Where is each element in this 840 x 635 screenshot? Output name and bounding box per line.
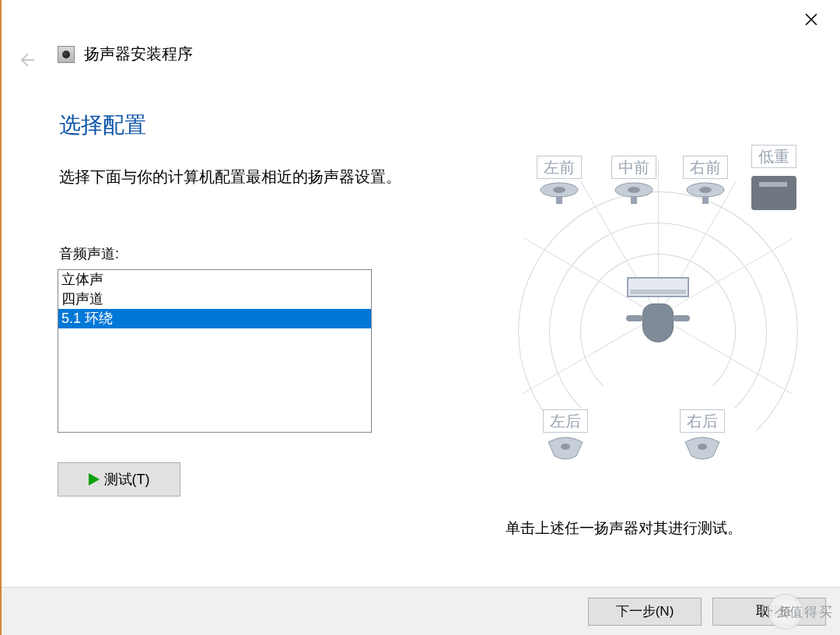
svg-point-10 — [698, 444, 707, 450]
channel-option[interactable]: 四声道 — [58, 289, 371, 309]
svg-rect-5 — [631, 196, 637, 204]
speaker-label: 低重 — [751, 145, 796, 168]
svg-rect-8 — [702, 196, 709, 204]
svg-point-7 — [699, 187, 712, 193]
speaker-label: 右前 — [683, 156, 728, 179]
speaker-right-rear[interactable]: 右后 — [680, 409, 725, 464]
speaker-label: 左前 — [537, 156, 582, 179]
speaker-layout-diagram: 左前 中前 右前 低重 左后 右后 — [502, 160, 829, 487]
listener-icon — [611, 277, 705, 355]
speaker-right-front[interactable]: 右前 — [683, 156, 728, 205]
speaker-center-front[interactable]: 中前 — [611, 156, 656, 205]
window-title: 扬声器安装程序 — [84, 44, 193, 65]
svg-point-1 — [553, 187, 565, 193]
speaker-icon — [614, 182, 654, 205]
svg-point-9 — [561, 444, 570, 450]
speaker-label: 左后 — [543, 409, 588, 433]
speaker-label: 中前 — [611, 156, 656, 179]
back-arrow-icon — [17, 51, 36, 74]
channels-label: 音频声道: — [59, 244, 119, 263]
svg-rect-2 — [556, 196, 562, 204]
page-heading: 选择配置 — [59, 111, 146, 140]
close-button[interactable] — [800, 8, 823, 31]
speaker-left-front[interactable]: 左前 — [537, 156, 582, 205]
speaker-icon — [545, 436, 586, 464]
speaker-left-rear[interactable]: 左后 — [543, 409, 588, 464]
footer-bar: 下一步(N) 取消 — [2, 587, 840, 635]
speaker-label: 右后 — [680, 409, 725, 433]
page-description: 选择下面与你的计算机配置最相近的扬声器设置。 — [59, 167, 401, 188]
svg-point-4 — [628, 187, 640, 193]
diagram-hint: 单击上述任一扬声器对其进行测试。 — [506, 518, 742, 539]
channel-option[interactable]: 5.1 环绕 — [58, 309, 371, 328]
audio-channels-list[interactable]: 立体声四声道5.1 环绕 — [58, 269, 372, 433]
speaker-icon — [539, 182, 579, 205]
next-button[interactable]: 下一步(N) — [588, 598, 702, 626]
test-button-label: 测试(T) — [104, 470, 150, 489]
speaker-icon — [685, 182, 726, 205]
channel-option[interactable]: 立体声 — [58, 270, 371, 289]
play-icon — [89, 473, 100, 486]
speaker-app-icon — [58, 46, 75, 63]
speaker-subwoofer[interactable]: 低重 — [751, 145, 796, 210]
speaker-icon — [682, 436, 723, 464]
test-button[interactable]: 测试(T) — [58, 462, 180, 496]
subwoofer-icon — [751, 176, 796, 210]
cancel-button[interactable]: 取消 — [712, 598, 826, 626]
